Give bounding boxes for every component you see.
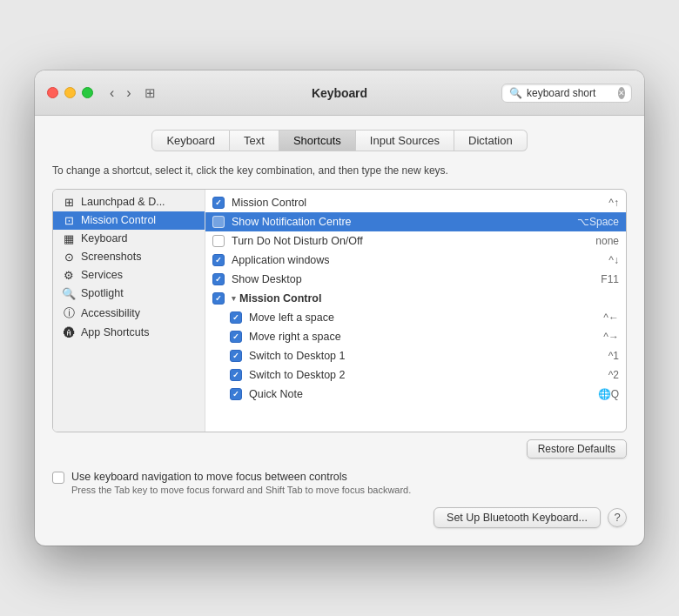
services-icon: ⚙ bbox=[62, 269, 76, 282]
setup-bluetooth-button[interactable]: Set Up Bluetooth Keyboard... bbox=[434, 507, 601, 528]
shortcut-row-switch-desktop-1[interactable]: Switch to Desktop 1 ^1 bbox=[205, 346, 626, 365]
sidebar-item-keyboard[interactable]: ▦ Keyboard bbox=[53, 230, 205, 248]
bottom-bar: Set Up Bluetooth Keyboard... ? bbox=[52, 507, 627, 528]
shortcut-row-do-not-disturb[interactable]: Turn Do Not Disturb On/Off none bbox=[205, 231, 626, 251]
search-icon: 🔍 bbox=[509, 87, 522, 99]
sidebar-item-app-shortcuts[interactable]: 🅐 App Shortcuts bbox=[53, 324, 205, 342]
shortcut-row-mission-control-sub[interactable]: ▾ Mission Control bbox=[205, 289, 626, 308]
keyboard-icon: ▦ bbox=[62, 232, 76, 245]
content-area: Keyboard Text Shortcuts Input Sources Di… bbox=[35, 116, 644, 546]
sidebar-item-spotlight[interactable]: 🔍 Spotlight bbox=[53, 285, 205, 303]
shortcut-row-show-notification[interactable]: Show Notification Centre ⌥Space bbox=[205, 212, 626, 231]
spotlight-icon: 🔍 bbox=[62, 287, 76, 300]
keyboard-nav: Use keyboard navigation to move focus be… bbox=[52, 471, 627, 495]
tab-dictation[interactable]: Dictation bbox=[454, 130, 528, 151]
shortcut-checkbox-mission-control-sub[interactable] bbox=[212, 292, 225, 305]
forward-button[interactable]: › bbox=[122, 84, 135, 102]
keyboard-nav-text: Use keyboard navigation to move focus be… bbox=[71, 471, 411, 495]
tab-keyboard[interactable]: Keyboard bbox=[151, 130, 230, 151]
sidebar-item-accessibility[interactable]: ⓘ Accessibility bbox=[53, 303, 205, 324]
tab-bar: Keyboard Text Shortcuts Input Sources Di… bbox=[52, 130, 627, 151]
launchpad-icon: ⊞ bbox=[62, 196, 76, 209]
shortcut-row-app-windows[interactable]: Application windows ^↓ bbox=[205, 251, 626, 270]
window-title: Keyboard bbox=[312, 86, 367, 100]
main-panel: ⊞ Launchpad & D... ⊡ Mission Control ▦ K… bbox=[52, 189, 627, 432]
shortcut-checkbox-mission-control[interactable] bbox=[212, 197, 225, 209]
shortcut-row-switch-desktop-2[interactable]: Switch to Desktop 2 ^2 bbox=[205, 365, 626, 385]
sidebar-item-launchpad[interactable]: ⊞ Launchpad & D... bbox=[53, 193, 205, 211]
tab-shortcuts[interactable]: Shortcuts bbox=[279, 130, 356, 151]
sidebar-item-mission-control[interactable]: ⊡ Mission Control bbox=[53, 211, 205, 230]
shortcut-checkbox-move-right[interactable] bbox=[230, 331, 242, 343]
close-button[interactable] bbox=[47, 87, 58, 98]
maximize-button[interactable] bbox=[82, 87, 93, 98]
shortcut-checkbox-show-notification[interactable] bbox=[212, 216, 225, 228]
nav-buttons: ‹ › bbox=[105, 84, 136, 102]
sidebar: ⊞ Launchpad & D... ⊡ Mission Control ▦ K… bbox=[53, 190, 205, 432]
shortcut-checkbox-do-not-disturb[interactable] bbox=[212, 235, 225, 247]
accessibility-icon: ⓘ bbox=[62, 305, 76, 321]
shortcut-checkbox-quick-note[interactable] bbox=[230, 388, 242, 400]
search-clear-button[interactable]: ✕ bbox=[618, 87, 625, 99]
keyboard-nav-checkbox[interactable] bbox=[52, 472, 64, 484]
shortcut-row-quick-note[interactable]: Quick Note 🌐Q bbox=[205, 385, 626, 404]
shortcut-row-move-right[interactable]: Move right a space ^→ bbox=[205, 327, 626, 346]
shortcut-checkbox-app-windows[interactable] bbox=[212, 254, 225, 266]
shortcut-checkbox-move-left[interactable] bbox=[230, 311, 242, 324]
shortcut-checkbox-switch-desktop-2[interactable] bbox=[230, 369, 242, 381]
search-box: 🔍 ✕ bbox=[501, 84, 632, 103]
instruction-text: To change a shortcut, select it, click t… bbox=[52, 164, 627, 178]
restore-defaults-button[interactable]: Restore Defaults bbox=[527, 439, 627, 459]
sidebar-item-services[interactable]: ⚙ Services bbox=[53, 266, 205, 285]
sidebar-item-screenshots[interactable]: ⊙ Screenshots bbox=[53, 248, 205, 266]
traffic-lights bbox=[47, 87, 93, 98]
shortcut-row-move-left[interactable]: Move left a space ^← bbox=[205, 308, 626, 327]
shortcut-checkbox-switch-desktop-1[interactable] bbox=[230, 350, 242, 362]
minimize-button[interactable] bbox=[64, 87, 76, 98]
shortcut-row-mission-control[interactable]: Mission Control ^↑ bbox=[205, 193, 626, 212]
app-shortcuts-icon: 🅐 bbox=[62, 326, 76, 339]
shortcut-row-show-desktop[interactable]: Show Desktop F11 bbox=[205, 270, 626, 289]
back-button[interactable]: ‹ bbox=[105, 84, 118, 102]
shortcut-checkbox-show-desktop[interactable] bbox=[212, 273, 225, 285]
expand-icon: ▾ bbox=[232, 294, 236, 303]
tab-text[interactable]: Text bbox=[230, 130, 279, 151]
restore-defaults-row: Restore Defaults bbox=[52, 439, 627, 459]
titlebar: ‹ › ⊞ Keyboard 🔍 ✕ bbox=[35, 70, 644, 116]
search-input[interactable] bbox=[527, 87, 614, 99]
tab-input-sources[interactable]: Input Sources bbox=[356, 130, 454, 151]
mission-control-icon: ⊡ bbox=[62, 214, 76, 227]
screenshots-icon: ⊙ bbox=[62, 251, 76, 264]
app-grid-icon: ⊞ bbox=[145, 85, 156, 101]
shortcuts-list: Mission Control ^↑ Show Notification Cen… bbox=[205, 190, 626, 432]
keyboard-nav-label: Use keyboard navigation to move focus be… bbox=[71, 471, 411, 483]
help-button[interactable]: ? bbox=[608, 508, 627, 527]
main-window: ‹ › ⊞ Keyboard 🔍 ✕ Keyboard Text Shortcu… bbox=[35, 70, 644, 546]
keyboard-nav-sublabel: Press the Tab key to move focus forward … bbox=[71, 485, 411, 495]
